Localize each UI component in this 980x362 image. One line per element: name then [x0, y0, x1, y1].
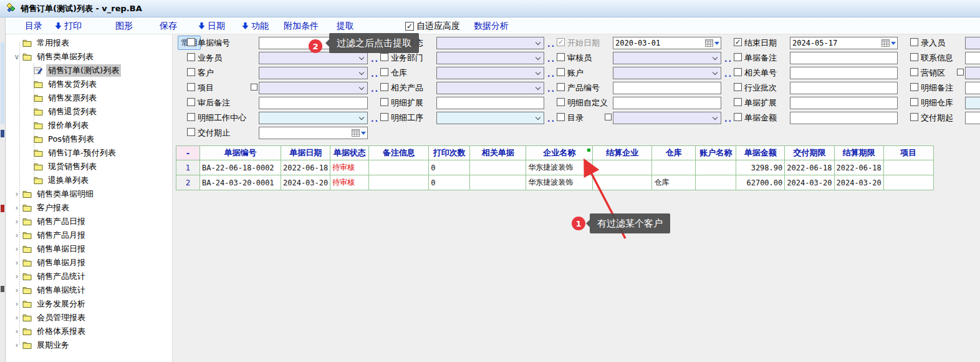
filter-checkbox[interactable]: [187, 128, 195, 136]
sidebar-item[interactable]: ›价格体系报表: [6, 325, 172, 338]
chevron-down-icon[interactable]: [536, 40, 540, 45]
column-header[interactable]: 相关单据: [470, 146, 526, 160]
toolbar-item-data-analysis[interactable]: 数据分析: [474, 17, 509, 34]
filter-text-input[interactable]: [613, 97, 721, 109]
sidebar-item[interactable]: ›销售产品统计: [6, 270, 172, 283]
filter-checkbox[interactable]: [187, 68, 195, 76]
sidebar-item[interactable]: ›销售单据月报: [6, 256, 172, 270]
filter-checkbox[interactable]: [380, 53, 388, 61]
chevron-down-icon[interactable]: [713, 115, 718, 120]
chevron-collapsed-icon[interactable]: ›: [12, 217, 21, 226]
chevron-collapsed-icon[interactable]: ›: [12, 203, 21, 212]
filter-combo-input[interactable]: [436, 52, 544, 64]
sidebar-item[interactable]: ›业务发展分析: [6, 297, 172, 311]
filter-checkbox[interactable]: [380, 98, 388, 106]
chevron-collapsed-icon[interactable]: ›: [12, 286, 21, 295]
filter-text-input[interactable]: [790, 97, 898, 109]
filter-combo-input[interactable]: [259, 67, 368, 79]
filter-text-input[interactable]: [613, 82, 721, 94]
checkbox-checked-icon[interactable]: ✓: [405, 22, 414, 31]
filter-combo-input[interactable]: [259, 82, 368, 94]
browse-dots[interactable]: ..: [371, 71, 379, 77]
column-header[interactable]: 交付期限: [785, 146, 834, 160]
toolbar-item[interactable]: 附加条件: [284, 17, 319, 34]
calendar-icon[interactable]: [705, 39, 713, 47]
browse-dots[interactable]: ..: [371, 86, 379, 92]
filter-checkbox[interactable]: [380, 68, 388, 76]
toolbar-item[interactable]: 日期: [198, 17, 225, 34]
sidebar-item[interactable]: ›销售产品月报: [6, 228, 172, 242]
filter-checkbox[interactable]: [910, 98, 918, 106]
filter-text-input[interactable]: [965, 52, 980, 64]
browse-dots[interactable]: ..: [724, 116, 733, 122]
sidebar-item[interactable]: 销售退货列表: [6, 105, 172, 119]
filter-text-input[interactable]: [790, 82, 898, 94]
column-header[interactable]: 项目: [883, 146, 933, 160]
filter-checkbox[interactable]: [734, 68, 742, 76]
filter-text-input[interactable]: [259, 97, 368, 109]
toolbar-item[interactable]: 保存: [160, 17, 177, 34]
browse-dots[interactable]: ..: [547, 41, 555, 47]
column-header[interactable]: 单据编号: [200, 146, 281, 160]
filter-extra-checkbox[interactable]: [251, 84, 257, 90]
column-header[interactable]: -: [176, 146, 200, 160]
column-header[interactable]: 结算企业: [593, 146, 652, 160]
filter-checkbox[interactable]: [910, 53, 918, 61]
filter-extra-checkbox[interactable]: [957, 69, 964, 76]
browse-dots[interactable]: ..: [371, 56, 379, 62]
filter-text-input[interactable]: [436, 97, 544, 109]
chevron-down-icon[interactable]: [536, 70, 540, 75]
chevron-down-icon[interactable]: [536, 115, 540, 120]
chevron-down-icon[interactable]: [713, 70, 718, 75]
chevron-down-icon[interactable]: [359, 70, 364, 75]
column-header[interactable]: 仓库: [652, 146, 696, 160]
chevron-collapsed-icon[interactable]: ›: [12, 245, 21, 253]
sidebar-item[interactable]: 退换单列表: [6, 174, 172, 187]
chevron-collapsed-icon[interactable]: ›: [12, 190, 21, 198]
filter-checkbox[interactable]: [910, 83, 918, 91]
sidebar-item[interactable]: 销售发票列表: [6, 91, 172, 105]
filter-checkbox[interactable]: [910, 113, 918, 121]
chevron-collapsed-icon[interactable]: ›: [12, 313, 21, 322]
browse-dots[interactable]: ..: [547, 56, 555, 62]
chevron-collapsed-icon[interactable]: ›: [12, 300, 21, 308]
calendar-dropdown-icon[interactable]: [361, 132, 366, 135]
sidebar-item[interactable]: ∨销售类单据列表: [6, 50, 172, 64]
calendar-dropdown-icon[interactable]: [891, 42, 896, 45]
sidebar-item[interactable]: 常用报表: [6, 36, 172, 50]
sidebar-item[interactable]: 现货销售列表: [6, 160, 172, 174]
filter-combo-input[interactable]: [613, 112, 721, 124]
chevron-down-icon[interactable]: [536, 85, 540, 90]
chevron-collapsed-icon[interactable]: ›: [12, 327, 21, 336]
autofit-height-toggle[interactable]: ✓ 自适应高度: [405, 17, 460, 34]
filter-combo-input[interactable]: [436, 67, 544, 79]
chevron-down-icon[interactable]: [359, 85, 364, 90]
browse-dots[interactable]: ..: [547, 71, 555, 77]
calendar-icon[interactable]: [352, 129, 360, 137]
table-row[interactable]: 2BA-24-03-20-00012024-03-20待审核0华东捷波装饰仓库6…: [176, 175, 934, 190]
toolbar-item[interactable]: 提取: [337, 17, 354, 34]
sidebar-item[interactable]: 报价单列表: [6, 119, 172, 132]
chevron-down-icon[interactable]: [713, 55, 718, 60]
filter-checkbox[interactable]: [734, 98, 742, 106]
chevron-collapsed-icon[interactable]: ›: [12, 231, 21, 240]
filter-date-input[interactable]: [259, 127, 368, 139]
chevron-down-icon[interactable]: [359, 55, 364, 60]
filter-combo-input[interactable]: [259, 112, 368, 124]
filter-combo-input[interactable]: [436, 112, 544, 124]
filter-checkbox[interactable]: [380, 83, 388, 91]
browse-dots[interactable]: ..: [547, 86, 555, 92]
filter-combo-input[interactable]: [436, 37, 544, 49]
browse-dots[interactable]: ..: [371, 116, 379, 122]
column-header[interactable]: 打印次数: [429, 146, 470, 160]
filter-combo-input[interactable]: [436, 82, 544, 94]
filter-checkbox[interactable]: [734, 83, 742, 91]
column-header[interactable]: 单据金额: [736, 146, 785, 160]
filter-checkbox[interactable]: [557, 53, 565, 61]
filter-text-input[interactable]: [790, 112, 898, 124]
filter-checkbox[interactable]: [910, 38, 918, 46]
filter-checkbox[interactable]: [187, 98, 195, 106]
sidebar-item[interactable]: ›销售类单据明细: [6, 187, 172, 201]
filter-checkbox[interactable]: [187, 38, 195, 46]
chevron-down-icon[interactable]: [536, 55, 540, 60]
